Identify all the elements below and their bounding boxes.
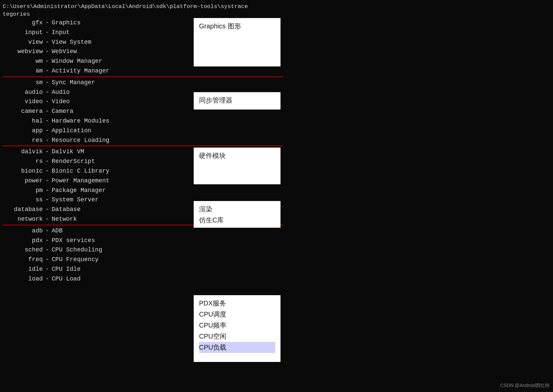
category-value: System Server bbox=[52, 195, 99, 205]
annotation-idle: CPU空闲 bbox=[199, 331, 275, 342]
category-sep: - bbox=[45, 176, 49, 186]
category-key: idle bbox=[3, 264, 43, 274]
annotation-freq: CPU频率 bbox=[199, 320, 275, 331]
category-value: Application bbox=[52, 126, 91, 136]
list-item: pdx - PDX services bbox=[3, 236, 283, 245]
category-value: Database bbox=[52, 205, 80, 214]
list-item: pm - Package Manager bbox=[3, 186, 283, 195]
category-value: WebView bbox=[52, 47, 77, 56]
category-value: CPU Frequency bbox=[52, 255, 99, 264]
list-item: freq - CPU Frequency bbox=[3, 255, 283, 264]
category-sep: - bbox=[45, 166, 49, 176]
category-value: ADB bbox=[52, 226, 62, 236]
category-sep: - bbox=[45, 18, 49, 28]
category-value: RenderScript bbox=[52, 157, 95, 166]
category-key: pdx bbox=[3, 236, 43, 245]
annotation-panel-sync: 同步管理器 bbox=[194, 92, 281, 110]
category-value: CPU Scheduling bbox=[52, 245, 102, 255]
category-value: Power Management bbox=[52, 176, 110, 186]
content-area: gfx - Graphics input - Input view - View… bbox=[0, 18, 553, 284]
category-sep: - bbox=[45, 226, 49, 236]
category-sep: - bbox=[45, 255, 49, 264]
category-sep: - bbox=[45, 66, 49, 76]
category-value: Input bbox=[52, 28, 70, 37]
category-key: audio bbox=[3, 87, 43, 97]
category-key: power bbox=[3, 176, 43, 186]
category-value: CPU Load bbox=[52, 274, 80, 284]
category-value: Hardware Modules bbox=[52, 116, 110, 126]
category-value: PDX services bbox=[52, 236, 95, 245]
category-value: Sync Manager bbox=[52, 78, 95, 87]
separator-line bbox=[3, 76, 283, 77]
list-item: load - CPU Load bbox=[3, 274, 283, 284]
category-key: gfx bbox=[3, 18, 43, 28]
category-sep: - bbox=[45, 87, 49, 97]
category-value: Dalvik VM bbox=[52, 147, 84, 157]
annotation-panel-hal: 硬件模块 bbox=[194, 148, 281, 184]
annotation-rs: 渲染 bbox=[199, 204, 275, 215]
annotation-graphics: Graphics 图形 bbox=[199, 21, 275, 32]
category-sep: - bbox=[45, 236, 49, 245]
category-sep: - bbox=[45, 56, 49, 66]
category-sep: - bbox=[45, 147, 49, 157]
category-key: view bbox=[3, 37, 43, 47]
category-sep: - bbox=[45, 157, 49, 166]
annotation-load: CPU负载 bbox=[199, 342, 275, 353]
list-item: res - Resource Loading bbox=[3, 136, 283, 145]
list-item: hal - Hardware Modules bbox=[3, 116, 283, 126]
category-key: video bbox=[3, 97, 43, 107]
category-key: dalvik bbox=[3, 147, 43, 157]
annotation-sched: CPU调度 bbox=[199, 309, 275, 320]
category-sep: - bbox=[45, 245, 49, 255]
category-value: Video bbox=[52, 97, 70, 107]
category-key: am bbox=[3, 66, 43, 76]
category-key: rs bbox=[3, 157, 43, 166]
annotation-pdx: PDX服务 bbox=[199, 298, 275, 309]
category-key: database bbox=[3, 205, 43, 214]
category-sep: - bbox=[45, 195, 49, 205]
category-value: Audio bbox=[52, 87, 70, 97]
category-key: wm bbox=[3, 56, 43, 66]
annotation-bionic: 仿生C库 bbox=[199, 215, 275, 226]
list-item: am - Activity Manager bbox=[3, 66, 283, 76]
category-value: Window Manager bbox=[52, 56, 102, 66]
watermark: CSDN @Android西红柿 bbox=[500, 383, 550, 389]
category-key: freq bbox=[3, 255, 43, 264]
category-key: res bbox=[3, 136, 43, 145]
category-value: Graphics bbox=[52, 18, 80, 28]
category-sep: - bbox=[45, 126, 49, 136]
category-sep: - bbox=[45, 97, 49, 107]
category-value: Activity Manager bbox=[52, 66, 110, 76]
header-line2: tegories bbox=[0, 10, 553, 18]
category-key: sched bbox=[3, 245, 43, 255]
category-key: bionic bbox=[3, 166, 43, 176]
category-key: ss bbox=[3, 195, 43, 205]
separator-line bbox=[3, 146, 283, 146]
category-value: Package Manager bbox=[52, 186, 106, 195]
category-sep: - bbox=[45, 37, 49, 47]
list-item: idle - CPU Idle bbox=[3, 264, 283, 274]
category-value: CPU Idle bbox=[52, 264, 80, 274]
category-sep: - bbox=[45, 78, 49, 87]
category-sep: - bbox=[45, 214, 49, 224]
annotation-hal: 硬件模块 bbox=[199, 150, 275, 161]
category-sep: - bbox=[45, 107, 49, 116]
list-item: sched - CPU Scheduling bbox=[3, 245, 283, 255]
category-sep: - bbox=[45, 274, 49, 284]
category-sep: - bbox=[45, 264, 49, 274]
header-line1: C:\Users\Administrator\AppData\Local\And… bbox=[0, 3, 553, 10]
list-item: app - Application bbox=[3, 126, 283, 136]
category-sep: - bbox=[45, 116, 49, 126]
category-sep: - bbox=[45, 28, 49, 37]
annotation-sync: 同步管理器 bbox=[199, 95, 275, 106]
category-sep: - bbox=[45, 186, 49, 195]
category-value: Camera bbox=[52, 107, 73, 116]
category-key: load bbox=[3, 274, 43, 284]
category-key: app bbox=[3, 126, 43, 136]
category-value: Bionic C Library bbox=[52, 166, 110, 176]
list-item: sm - Sync Manager bbox=[3, 78, 283, 87]
annotation-panel: Graphics 图形 bbox=[194, 18, 281, 66]
category-key: pm bbox=[3, 186, 43, 195]
category-value: Network bbox=[52, 214, 77, 224]
category-sep: - bbox=[45, 205, 49, 214]
